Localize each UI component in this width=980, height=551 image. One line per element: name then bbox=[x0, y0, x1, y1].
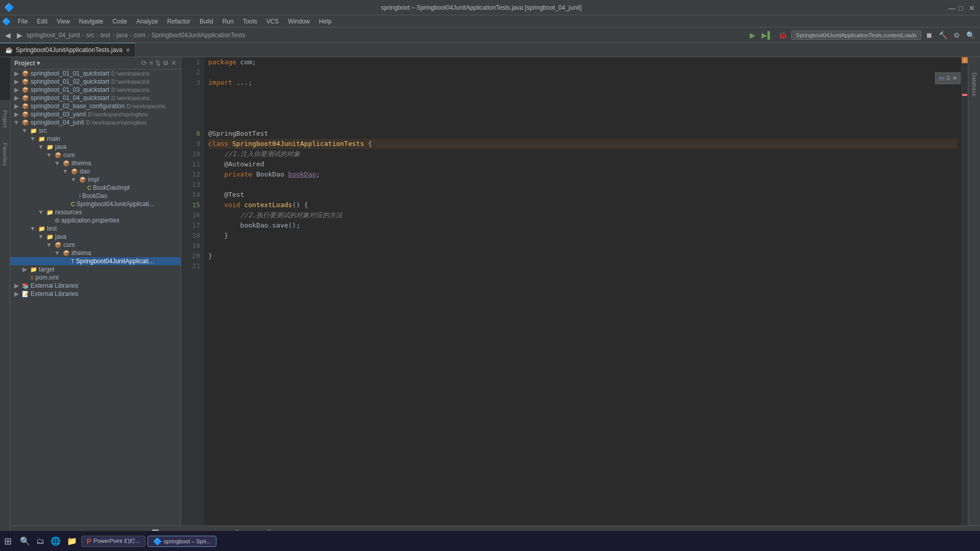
menu-window[interactable]: Window bbox=[284, 17, 314, 26]
start-button[interactable]: ⊞ bbox=[4, 536, 12, 547]
tree-item-bookdaoimpl[interactable]: C BookDaoImpl bbox=[10, 184, 181, 192]
taskbar-icon-1[interactable]: 🔍 bbox=[20, 536, 30, 546]
code-line-17: bookDao.save(); bbox=[208, 220, 958, 231]
tab-main-file[interactable]: ☕ Springboot04JunitApplicationTests.java… bbox=[0, 43, 136, 57]
expand-icon-base: ▶ bbox=[12, 103, 20, 110]
tree-item-itheima[interactable]: ▼ 📦 itheima bbox=[10, 159, 181, 167]
tree-item-04[interactable]: ▶ 📦 springboot_01_04_quickstart D:\works… bbox=[10, 94, 181, 102]
tree-item-target[interactable]: ▶ 📁 target bbox=[10, 265, 181, 273]
debug-button[interactable]: 🐞 bbox=[776, 30, 789, 40]
tree-item-pom[interactable]: X pom.xml bbox=[10, 273, 181, 282]
menu-view[interactable]: View bbox=[53, 17, 74, 26]
tree-item-external-libs[interactable]: ▶ 📚 External Libraries bbox=[10, 282, 181, 290]
sidebar-icons: ⟳ ≡ ⇅ ⚙ ✕ bbox=[141, 59, 177, 67]
run-config-selector[interactable]: Springboot04JunitApplicationTests.contex… bbox=[791, 31, 921, 40]
tree-item-test[interactable]: ▼ 📁 test bbox=[10, 224, 181, 233]
menu-navigate[interactable]: Navigate bbox=[75, 17, 107, 26]
tree-item-02[interactable]: ▶ 📦 springboot_01_02_quickstart D:\works… bbox=[10, 78, 181, 86]
menu-refactor[interactable]: Refactor bbox=[163, 17, 194, 26]
database-tab[interactable]: Database bbox=[971, 72, 977, 96]
tree-item-springboot-main[interactable]: C Springboot04JunitApplicationTests bbox=[10, 200, 181, 208]
run-button[interactable]: ▶ bbox=[748, 30, 757, 40]
menu-tools[interactable]: Tools bbox=[239, 17, 261, 26]
menu-file[interactable]: File bbox=[14, 17, 32, 26]
breadcrumb-project[interactable]: springboot_04_junit bbox=[27, 32, 80, 39]
sidebar-header: Project ▾ ⟳ ≡ ⇅ ⚙ ✕ bbox=[10, 57, 181, 69]
breadcrumb-test[interactable]: test bbox=[101, 32, 110, 39]
breadcrumb-class[interactable]: Springboot04JunitApplicationTests bbox=[152, 32, 245, 39]
expand-icon-dao: ▼ bbox=[61, 168, 69, 175]
tree-item-dao[interactable]: ▼ 📦 dao bbox=[10, 167, 181, 176]
minimize-button[interactable]: — bbox=[948, 4, 955, 11]
title-bar: 🔷 springboot – Springboot04JunitApplicat… bbox=[0, 0, 980, 15]
taskbar-chrome[interactable]: 🌐 bbox=[51, 536, 61, 546]
menu-vcs[interactable]: VCS bbox=[262, 17, 283, 26]
menu-run[interactable]: Run bbox=[218, 17, 238, 26]
tree-item-main-java[interactable]: ▼ 📁 java bbox=[10, 143, 181, 151]
close-button[interactable]: ✕ bbox=[969, 4, 976, 11]
code-line-14: @Test bbox=[208, 190, 958, 200]
menu-bar: 🔷 File Edit View Navigate Code Analyze R… bbox=[0, 15, 980, 28]
project-tab[interactable]: Project bbox=[2, 110, 8, 128]
tree-item-main-com[interactable]: ▼ 📦 com bbox=[10, 151, 181, 159]
tree-item-test-java[interactable]: ▼ 📁 java bbox=[10, 233, 181, 241]
menu-edit[interactable]: Edit bbox=[33, 17, 52, 26]
tree-item-03[interactable]: ▶ 📦 springboot_01_03_quickstart D:\works… bbox=[10, 86, 181, 94]
taskbar-intellij[interactable]: 🔷 springboot – Spri... bbox=[148, 536, 216, 547]
taskbar-powerpoint[interactable]: P PowerPoint 幻灯... bbox=[81, 536, 145, 547]
expand-icon: ▶ bbox=[12, 70, 20, 77]
favorites-tab[interactable]: Favorites bbox=[2, 143, 8, 166]
code-line-20: } bbox=[208, 251, 958, 261]
tree-item-impl[interactable]: ▼ 📦 impl bbox=[10, 176, 181, 184]
tree-item-src[interactable]: ▼ 📁 src bbox=[10, 127, 181, 135]
tree-item-01[interactable]: ▶ 📦 springboot_01_01_quickstart D:\works… bbox=[10, 69, 181, 78]
run-with-coverage-button[interactable]: ▶▌ bbox=[760, 30, 774, 40]
line-numbers: 1 2 3 8 ▶ 9 ● 10 11 12 13 14 bbox=[181, 57, 204, 525]
breadcrumb-java[interactable]: java bbox=[116, 32, 128, 39]
menu-build[interactable]: Build bbox=[195, 17, 217, 26]
menu-analyze[interactable]: Analyze bbox=[132, 17, 162, 26]
taskbar-icon-2[interactable]: 🗂 bbox=[36, 537, 44, 546]
menu-code[interactable]: Code bbox=[108, 17, 131, 26]
sync-icon[interactable]: ⟳ bbox=[141, 59, 147, 67]
settings-button[interactable]: ⚙ bbox=[951, 30, 962, 40]
tree-item-yaml[interactable]: ▶ 📦 springboot_03_yaml D:\workspace\spri… bbox=[10, 110, 181, 118]
breadcrumb-src[interactable]: src bbox=[86, 32, 94, 39]
build-project-button[interactable]: 🔨 bbox=[937, 30, 949, 40]
back-button[interactable]: ◀ bbox=[3, 30, 13, 40]
collapse-all-icon[interactable]: ≡ bbox=[149, 59, 153, 67]
find-usages-button[interactable]: 🔍 bbox=[964, 30, 977, 40]
float-panel-close[interactable]: ✕ bbox=[952, 75, 957, 82]
code-content[interactable]: package com; import ...; @SpringBootTest… bbox=[204, 57, 962, 525]
close-tab-button[interactable]: ✕ bbox=[126, 47, 130, 54]
code-line-5 bbox=[208, 98, 958, 108]
code-line-16: //2.执行要测试的对象对应的方法 bbox=[208, 210, 958, 220]
float-panel-icon: m bbox=[939, 74, 944, 82]
code-editor[interactable]: 1 2 3 8 ▶ 9 ● 10 11 12 13 14 bbox=[181, 57, 968, 525]
breadcrumb-com[interactable]: com bbox=[134, 32, 145, 39]
tree-item-main[interactable]: ▼ 📁 main bbox=[10, 135, 181, 143]
tree-item-properties[interactable]: ⚙ application.properties bbox=[10, 216, 181, 224]
tree-item-junit[interactable]: ▼ 📦 springboot_04_junit D:\workspace\spr… bbox=[10, 118, 181, 127]
settings-sidebar-icon[interactable]: ⚙ bbox=[163, 59, 169, 67]
expand-icon-main-com: ▼ bbox=[45, 152, 53, 159]
tree-item-scratches[interactable]: ▶ 📝 External Libraries bbox=[10, 290, 181, 298]
code-line-18: } bbox=[208, 231, 958, 241]
tree-item-resources[interactable]: ▼ 📁 resources bbox=[10, 208, 181, 216]
maximize-button[interactable]: □ bbox=[959, 4, 966, 11]
tree-item-test-class-selected[interactable]: T Springboot04JunitApplicationTe bbox=[10, 257, 181, 265]
expand-icon-itheima: ▼ bbox=[53, 160, 61, 167]
menu-help[interactable]: Help bbox=[315, 17, 336, 26]
forward-button[interactable]: ▶ bbox=[15, 30, 24, 40]
tree-item-test-itheima[interactable]: ▼ 📦 itheima bbox=[10, 249, 181, 257]
tree-item-bookdao[interactable]: I BookDao bbox=[10, 192, 181, 200]
main-area: Project Favorites Project ▾ ⟳ ≡ ⇅ ⚙ ✕ ▶ … bbox=[0, 57, 980, 525]
taskbar-icon-4[interactable]: 📁 bbox=[67, 536, 77, 546]
expand-icon-scratches: ▶ bbox=[12, 290, 20, 297]
tree-item-base[interactable]: ▶ 📦 springboot_02_base_configuration D:\… bbox=[10, 102, 181, 110]
stop-button[interactable]: ⏹ bbox=[923, 30, 935, 40]
close-sidebar-icon[interactable]: ✕ bbox=[171, 59, 177, 67]
sort-icon[interactable]: ⇅ bbox=[155, 59, 161, 67]
tree-item-test-com[interactable]: ▼ 📦 com bbox=[10, 241, 181, 249]
expand-icon-03: ▶ bbox=[12, 86, 20, 93]
